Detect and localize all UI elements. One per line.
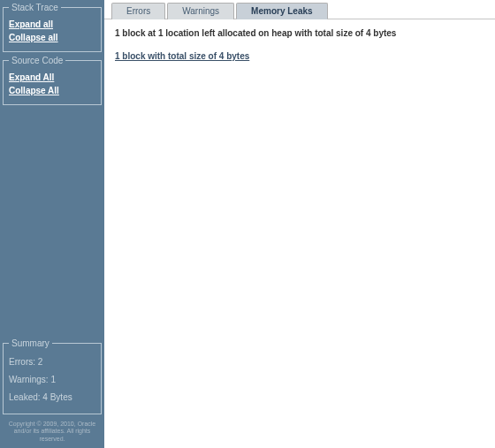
summary-warnings: Warnings: 1 (9, 371, 95, 389)
source-code-group: Source Code Expand All Collapse All (3, 56, 102, 105)
copyright-text: Copyright © 2009, 2010, Oracle and/or it… (3, 418, 102, 445)
leak-summary-heading: 1 block at 1 location left allocated on … (115, 28, 484, 38)
summary-group: Summary Errors: 2 Warnings: 1 Leaked: 4 … (3, 338, 102, 414)
sidebar-spacer (3, 109, 102, 338)
summary-legend: Summary (9, 338, 52, 348)
summary-errors: Errors: 2 (9, 353, 95, 371)
stack-trace-legend: Stack Trace (9, 3, 61, 12)
expand-all-source-link[interactable]: Expand All (9, 71, 95, 84)
expand-all-stack-link[interactable]: Expand all (9, 18, 95, 31)
tab-errors[interactable]: Errors (111, 3, 165, 19)
main-panel: Errors Warnings Memory Leaks 1 block at … (104, 0, 495, 448)
sidebar: Stack Trace Expand all Collapse all Sour… (0, 0, 104, 448)
tab-memory-leaks[interactable]: Memory Leaks (236, 3, 327, 19)
leak-detail-link[interactable]: 1 block with total size of 4 bytes (115, 51, 249, 61)
summary-leaked: Leaked: 4 Bytes (9, 389, 95, 406)
stack-trace-group: Stack Trace Expand all Collapse all (3, 3, 102, 52)
tab-warnings[interactable]: Warnings (167, 3, 234, 19)
collapse-all-stack-link[interactable]: Collapse all (9, 31, 95, 44)
content-area: 1 block at 1 location left allocated on … (104, 19, 495, 72)
source-code-legend: Source Code (9, 56, 65, 65)
tabbar: Errors Warnings Memory Leaks (104, 0, 495, 19)
collapse-all-source-link[interactable]: Collapse All (9, 84, 95, 97)
